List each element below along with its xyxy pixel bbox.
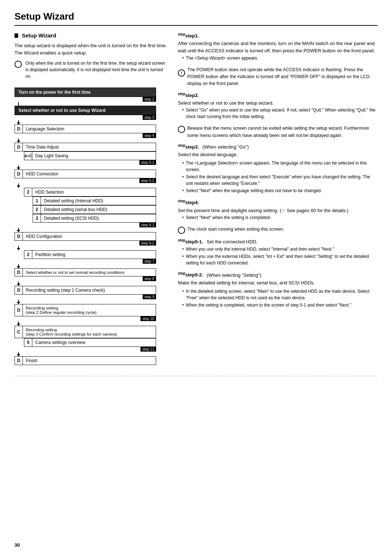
step2-block: stepstep2. Select whether or not to use … <box>178 92 377 120</box>
page-title: Setup Wizard <box>15 11 377 26</box>
step3-bullet-2: Select the desired language and then sel… <box>182 174 377 187</box>
left-column: Setup Wizard The setup wizard is display… <box>15 32 167 365</box>
step2-bullets: Select "Go" when you want to use the set… <box>178 107 377 120</box>
step2-head: stepstep2. <box>178 92 377 98</box>
step51-bullet-1: When you use only the internal HDD, sele… <box>182 246 377 252</box>
step4-bullets: Select "Next" when the setting is comple… <box>178 214 377 221</box>
flow-step52a-box: 2 HDD Selection <box>24 188 156 197</box>
flow-step10-box: C Recording setting (step 3 Confirm reco… <box>15 326 156 338</box>
step4-head: stepstep4. <box>178 199 377 205</box>
flow-step7-box: D Select whether or not to set normal re… <box>15 268 156 276</box>
flow-step52c-box: 2 Detailed setting (serial bus HDD) <box>33 205 156 214</box>
step1-bullets: The <Setup Wizard> screen appears. <box>178 55 377 61</box>
flow-step51-box: D HDD Connection <box>15 170 156 178</box>
step51-bullets: When you use only the internal HDD, sele… <box>178 246 377 266</box>
step3-badge: step 3 <box>143 115 156 120</box>
flow-step11-box: D Finish <box>15 356 156 365</box>
step10-badge: step 10 <box>140 316 156 321</box>
step1-head: stepstep1. <box>178 32 377 39</box>
step3-block: stepstep3. (When selecting "Go") Select … <box>178 143 377 194</box>
step2-bullet-1: Select "Go" when you want to use the set… <box>182 107 377 120</box>
note3-block: The clock start running when exiting thi… <box>178 226 377 234</box>
step4-body: Set the present time and daylight saving… <box>178 207 377 214</box>
flow-step9-box: D Recording setting (step 2 Define regul… <box>15 304 156 316</box>
step4-block: stepstep4. Set the present time and dayl… <box>178 199 377 220</box>
step1-bullet-1: The <Setup Wizard> screen appears. <box>182 55 377 61</box>
step8-badge: step 8 <box>143 276 156 281</box>
step51-badge: step 5-1 <box>139 160 156 165</box>
right-column: stepstep1. After connecting the cameras … <box>178 32 377 365</box>
flow-step4b-box: A+C Day Light Saving <box>24 151 156 160</box>
step52-bullets: In the detailed setting screen, select "… <box>178 288 377 308</box>
step1-body: After connecting the cameras and the mon… <box>178 40 377 54</box>
step1-block: stepstep1. After connecting the cameras … <box>178 32 377 61</box>
step3-bullet-3: Select "Next" when the language setting … <box>182 187 377 194</box>
note2-icon <box>178 126 185 133</box>
flow-step8-box: D Recording setting (step 1 Camera check… <box>15 286 156 295</box>
note3-text: The clock start running when exiting thi… <box>187 226 284 233</box>
step52-head: stepstep5-2. (When selecting "Setting") <box>178 271 377 278</box>
note-icon <box>15 61 22 68</box>
caution-icon: ! <box>178 69 185 77</box>
flow-step3-box: D Language Selection <box>15 125 156 133</box>
note1-text: Only when the unit is turned on for the … <box>24 60 167 80</box>
step51-bullet-2: When you use the external HDDs, select "… <box>182 253 377 266</box>
step52-bullet-2: When the setting is completed, return to… <box>182 302 377 308</box>
flowchart: Turn on the power for the first time ste… <box>15 88 156 365</box>
step3-bullet-1: The <Language Selection> screen appears.… <box>182 160 377 173</box>
flow-step62a-box: 2 Partition setting <box>24 250 156 259</box>
step62-badge: step 6-2 <box>139 241 156 246</box>
flow-step52b-box: 1 Detailed setting (Internal HDD) <box>33 197 156 205</box>
step11-badge: step 11 <box>140 347 156 352</box>
caution1-block: ! The POWER button does not operate whil… <box>178 66 377 88</box>
page-number: 30 <box>15 542 20 548</box>
intro-text: The setup wizard is displayed when the u… <box>15 42 167 56</box>
note2-block: Beware that the menu screen cannot be ex… <box>178 125 377 139</box>
step51-block: stepstep5-1. Set the connected HDD. When… <box>178 238 377 266</box>
bottom-divider <box>15 376 377 376</box>
step3-bullets: The <Language Selection> screen appears.… <box>178 160 377 194</box>
step52-block: stepstep5-2. (When selecting "Setting") … <box>178 271 377 308</box>
flow-step2-box: Select whether or not to use Setup Wizar… <box>15 106 156 115</box>
caution1-text: The POWER button does not operate while … <box>187 66 377 88</box>
step52-body1: Make the detailed setting for internal, … <box>178 279 377 287</box>
step3-body1: Select the desired language. <box>178 151 377 158</box>
flow-step10b-box: 5 Camera settings overview <box>24 338 156 347</box>
step4-badge: step 4 <box>143 133 156 138</box>
page: Setup Wizard Setup Wizard The setup wiza… <box>0 0 392 555</box>
step7-badge: step 7 <box>143 259 156 264</box>
flow-step61-box: D HDD Configuration <box>15 232 156 241</box>
flow-step4a-box: D Time Date Adjust <box>15 143 156 151</box>
note3-icon <box>178 227 185 234</box>
section-title: Setup Wizard <box>15 32 167 39</box>
step52-badge: step 5-2 <box>139 178 156 183</box>
step2-badge: step 2 <box>143 97 156 102</box>
flow-step52d-box: 3 Detailed setting (SCSI HDD) <box>33 214 156 223</box>
step3-head: stepstep3. (When selecting "Go") <box>178 143 377 150</box>
step2-body: Select whether or not to use the setup w… <box>178 100 377 107</box>
note2-text: Beware that the menu screen cannot be ex… <box>187 125 377 139</box>
step51-head: stepstep5-1. Set the connected HDD. <box>178 238 377 244</box>
step52-bullet-1: In the detailed setting screen, select "… <box>182 288 377 301</box>
flow-start-box: Turn on the power for the first time <box>15 88 156 97</box>
step61-badge: step 6-1 <box>139 223 156 227</box>
step9-badge: step 9 <box>143 295 156 299</box>
step4-bullet-1: Select "Next" when the setting is comple… <box>182 214 377 221</box>
